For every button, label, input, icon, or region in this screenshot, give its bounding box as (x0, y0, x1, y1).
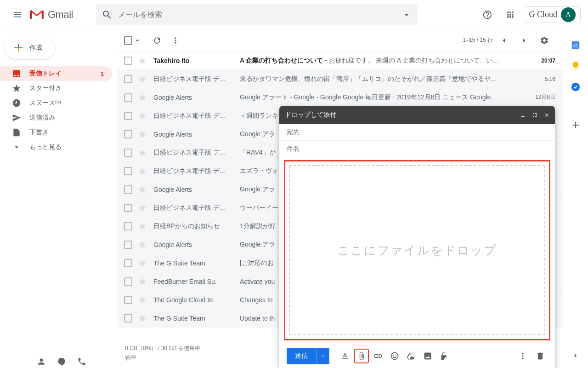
compose-body[interactable]: ここにファイルをドロップ (284, 160, 550, 340)
inbox-count: 1 (101, 70, 104, 77)
row-sender: Google Alerts (153, 94, 240, 101)
star-icon[interactable] (138, 148, 147, 157)
email-row[interactable]: Google AlertsGoogle アラート - Google - Goog… (118, 88, 563, 107)
gcloud-widget[interactable]: G Cloud A (524, 6, 581, 23)
sidebar-item-label: スター付き (29, 84, 62, 92)
row-checkbox[interactable] (124, 241, 132, 249)
drop-zone[interactable]: ここにファイルをドロップ (289, 165, 545, 335)
star-icon[interactable] (138, 295, 147, 305)
person-icon[interactable] (37, 357, 46, 366)
minimize-icon[interactable] (520, 112, 526, 118)
row-checkbox[interactable] (124, 296, 132, 304)
star-icon[interactable] (138, 167, 147, 176)
star-icon[interactable] (138, 75, 147, 84)
sidebar-item-snoozed[interactable]: スヌーズ中 (0, 96, 112, 110)
sidebar-item-more[interactable]: もっと見る (0, 140, 112, 155)
row-checkbox[interactable] (124, 93, 132, 102)
star-icon[interactable] (138, 130, 147, 139)
row-checkbox[interactable] (124, 57, 132, 65)
row-sender: 日経ビジネス電子版 デ… (153, 167, 240, 175)
email-row[interactable]: 日経ビジネス電子版 デ…来るかタワマン危機、憧れの街「湾岸」「ムサコ」のたそがれ… (118, 70, 563, 88)
prev-page-button[interactable] (495, 31, 513, 50)
search-icon (102, 9, 113, 20)
sidebar-item-drafts[interactable]: 下書き (0, 125, 112, 140)
star-icon[interactable] (138, 185, 147, 194)
svg-point-2 (571, 83, 580, 91)
row-sender: 日経ビジネス電子版 デ… (153, 75, 240, 83)
calendar-icon[interactable]: 31 (571, 40, 581, 50)
emoji-button[interactable] (387, 349, 402, 363)
star-icon[interactable] (138, 240, 147, 249)
row-checkbox[interactable] (124, 185, 132, 194)
star-icon[interactable] (138, 222, 147, 231)
sidebar-item-starred[interactable]: スター付き (0, 81, 112, 96)
select-all-checkbox[interactable] (124, 36, 132, 45)
star-icon[interactable] (138, 93, 147, 102)
row-time: 12月8日 (526, 93, 555, 101)
compose-subject-field[interactable]: 件名 (279, 141, 555, 157)
sidebar-item-inbox[interactable]: 受信トレイ 1 (0, 66, 112, 81)
search-input[interactable] (118, 11, 401, 19)
select-dropdown-icon[interactable] (133, 36, 141, 45)
text-format-icon (340, 351, 350, 361)
avatar[interactable]: A (561, 7, 576, 22)
settings-button[interactable] (535, 31, 554, 50)
send-options-icon[interactable] (316, 348, 329, 364)
main-menu-button[interactable] (7, 5, 28, 25)
lock-clock-icon (440, 351, 449, 361)
row-time: 5:16 (526, 76, 555, 82)
row-checkbox[interactable] (124, 75, 132, 83)
compose-header[interactable]: ドロップして添付 (279, 106, 555, 124)
row-checkbox[interactable] (124, 222, 132, 230)
image-button[interactable] (420, 349, 435, 363)
row-checkbox[interactable] (124, 204, 132, 212)
row-checkbox[interactable] (124, 112, 132, 120)
gmail-logo[interactable]: Gmail (29, 9, 73, 21)
more-button[interactable] (166, 31, 185, 50)
row-checkbox[interactable] (124, 259, 132, 267)
search-options-icon[interactable] (401, 9, 412, 20)
hangouts-icon[interactable] (57, 357, 66, 366)
compose-to-field[interactable]: 宛先 (279, 124, 555, 141)
inbox-icon (12, 69, 21, 78)
row-checkbox[interactable] (124, 149, 132, 157)
keep-icon[interactable] (571, 61, 581, 71)
row-sender: The G Suite Team (153, 259, 240, 267)
row-checkbox[interactable] (124, 277, 132, 286)
search-bar[interactable] (96, 4, 418, 25)
formatting-button[interactable] (338, 349, 352, 363)
more-vert-icon (171, 36, 180, 45)
refresh-button[interactable] (148, 31, 166, 50)
row-sender: Takehiro Ito (153, 57, 240, 64)
tasks-icon[interactable] (571, 82, 581, 92)
star-icon (12, 84, 21, 93)
collapse-panel-icon[interactable] (571, 351, 580, 360)
fullscreen-icon[interactable] (532, 112, 537, 118)
confidential-button[interactable] (437, 349, 452, 363)
send-button[interactable]: 送信 (287, 348, 329, 364)
sidebar-item-sent[interactable]: 送信済み (0, 110, 112, 125)
drive-button[interactable] (404, 349, 418, 363)
star-icon[interactable] (138, 203, 147, 213)
row-checkbox[interactable] (124, 130, 132, 138)
support-button[interactable] (478, 5, 497, 24)
phone-icon[interactable] (77, 357, 86, 366)
discard-button[interactable] (533, 349, 548, 363)
star-icon[interactable] (138, 111, 147, 121)
row-checkbox[interactable] (124, 167, 132, 175)
star-icon[interactable] (138, 56, 147, 65)
gcloud-label: G Cloud (529, 10, 557, 19)
star-icon[interactable] (138, 277, 147, 286)
compose-more-button[interactable] (515, 349, 530, 363)
link-button[interactable] (371, 349, 385, 363)
star-icon[interactable] (138, 259, 147, 268)
next-page-button[interactable] (515, 31, 533, 50)
row-checkbox[interactable] (124, 314, 132, 322)
close-icon[interactable] (544, 112, 549, 118)
apps-button[interactable] (501, 5, 520, 24)
email-row[interactable]: Takehiro ItoA 企業の打ち合わせについて - お疲れ様です。 来週の… (118, 52, 563, 70)
attach-button[interactable] (354, 349, 369, 363)
add-addon-icon[interactable] (571, 120, 581, 130)
star-icon[interactable] (138, 314, 147, 323)
compose-button[interactable]: 作成 (5, 37, 55, 59)
